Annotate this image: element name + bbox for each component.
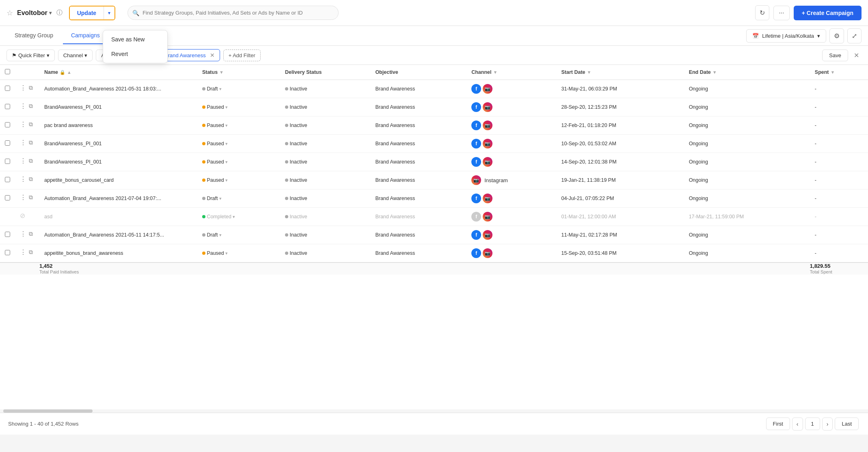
campaign-objective: Brand Awareness — [370, 189, 466, 208]
row-actions-icon[interactable]: ⋮ — [20, 157, 26, 165]
row-actions-icon[interactable]: ⋮ — [20, 139, 26, 146]
delivery-dot — [285, 105, 288, 109]
search-input[interactable] — [127, 6, 339, 20]
delivery-status: Inactive — [280, 98, 370, 116]
status-chevron-icon[interactable]: ▾ — [224, 123, 228, 128]
status-chevron-icon[interactable]: ▾ — [218, 196, 221, 201]
start-date: 10-Sep-20, 01:53:02 AM — [556, 135, 684, 153]
row-actions-icon[interactable]: ⋮ — [20, 102, 26, 110]
campaign-channel: f📷 — [466, 244, 556, 263]
settings-button[interactable]: ⤢ — [847, 28, 862, 43]
campaign-channel: 📷Instagram — [466, 171, 556, 189]
row-checkbox[interactable] — [5, 232, 10, 237]
status-chevron-icon[interactable]: ▾ — [224, 178, 228, 183]
row-actions-icon[interactable]: ⋮ — [20, 84, 26, 92]
copy-icon[interactable]: ⧉ — [29, 103, 33, 110]
spent-value: - — [810, 135, 868, 153]
row-checkbox[interactable] — [5, 177, 10, 182]
update-button[interactable]: Update — [70, 6, 104, 19]
select-all-checkbox[interactable] — [5, 69, 10, 74]
row-checkbox[interactable] — [5, 195, 10, 200]
save-filter-button[interactable]: Save — [822, 50, 848, 61]
row-actions-icon[interactable]: ⋮ — [20, 121, 26, 128]
status-chevron-icon[interactable]: ▾ — [224, 159, 228, 164]
copy-icon[interactable]: ⧉ — [29, 121, 33, 128]
status-chevron-icon[interactable]: ▾ — [224, 251, 228, 256]
quick-filter-button[interactable]: ⚑ Quick Filter ▾ — [6, 50, 55, 61]
columns-button[interactable]: ⚙ — [829, 28, 844, 43]
delivery-status: Inactive — [280, 189, 370, 208]
date-picker-button[interactable]: 📅 Lifetime | Asia/Kolkata ▾ — [746, 29, 826, 43]
objective-filter-close[interactable]: ✕ — [210, 52, 215, 58]
row-checkbox[interactable] — [5, 140, 10, 146]
campaign-objective: Brand Awareness — [370, 80, 466, 98]
tab-strategy-group[interactable]: Strategy Group — [6, 27, 61, 44]
update-dropdown-button[interactable]: ▾ — [104, 6, 114, 19]
spent-value: - — [810, 116, 868, 135]
close-filter-button[interactable]: ✕ — [851, 50, 862, 61]
prev-page-button[interactable]: ‹ — [792, 418, 803, 430]
more-options-button[interactable]: ··· — [773, 6, 789, 20]
info-icon[interactable]: ⓘ — [56, 9, 63, 17]
status-sort-icon[interactable]: ▼ — [219, 70, 224, 75]
row-checkbox[interactable] — [5, 250, 10, 255]
row-actions-icon[interactable]: ⋮ — [20, 230, 26, 238]
row-checkbox[interactable] — [5, 122, 10, 127]
copy-icon[interactable]: ⧉ — [29, 194, 33, 201]
first-page-button[interactable]: First — [766, 418, 790, 430]
status-chevron-icon[interactable]: ▾ — [218, 86, 221, 91]
save-as-new-item[interactable]: Save as New — [103, 32, 167, 47]
instagram-icon: 📷 — [483, 102, 492, 112]
next-page-button[interactable]: › — [822, 418, 833, 430]
horizontal-scrollbar[interactable] — [0, 409, 868, 413]
tab-campaigns[interactable]: Campaigns — [63, 27, 108, 44]
campaign-objective: Brand Awareness — [370, 116, 466, 135]
facebook-icon: f — [471, 157, 481, 167]
campaign-name: BrandAwareness_PI_001 — [39, 153, 197, 171]
status-chevron-icon[interactable]: ▾ — [224, 105, 228, 110]
end-date-sort-icon[interactable]: ▼ — [713, 70, 717, 75]
copy-icon[interactable]: ⧉ — [29, 157, 33, 164]
spent-sort-icon[interactable]: ▼ — [831, 70, 835, 75]
star-icon[interactable]: ☆ — [6, 9, 13, 17]
row-actions-icon[interactable]: ⋮ — [20, 248, 26, 256]
table-row: ⋮⧉Automation_Brand_Awareness 2021-05-11 … — [0, 226, 868, 244]
row-actions-icon[interactable]: ⋮ — [20, 175, 26, 183]
row-checkbox[interactable] — [5, 86, 10, 91]
delivery-dot — [285, 142, 288, 145]
delivery-status: Inactive — [280, 244, 370, 263]
row-actions-icon[interactable]: ⋮ — [20, 194, 26, 201]
status-chevron-icon[interactable]: ▾ — [224, 141, 228, 146]
facebook-icon: f — [471, 230, 481, 240]
name-sort-icon[interactable]: ▲ — [67, 70, 71, 75]
start-date: 15-Sep-20, 03:51:48 PM — [556, 244, 684, 263]
delivery-status: Inactive — [280, 135, 370, 153]
revert-item[interactable]: Revert — [103, 47, 167, 61]
campaign-status: Paused ▾ — [197, 171, 280, 189]
facebook-icon: f — [471, 102, 481, 112]
status-chevron-icon[interactable]: ▾ — [231, 214, 235, 219]
copy-icon[interactable]: ⧉ — [29, 84, 33, 91]
spent-col-header: Spent — [815, 69, 829, 75]
copy-icon[interactable]: ⧉ — [29, 230, 33, 237]
status-chevron-icon[interactable]: ▾ — [218, 232, 221, 237]
channel-sort-icon[interactable]: ▼ — [493, 70, 497, 75]
update-button-group: Update ▾ — [69, 6, 115, 20]
row-checkbox[interactable] — [5, 104, 10, 109]
start-date-sort-icon[interactable]: ▼ — [587, 70, 592, 75]
create-campaign-button[interactable]: + Create Campaign — [794, 6, 862, 20]
copy-icon[interactable]: ⧉ — [29, 139, 33, 146]
last-page-button[interactable]: Last — [835, 418, 859, 430]
end-date: Ongoing — [684, 226, 810, 244]
brand-name[interactable]: Evoltobor ▾ — [17, 9, 52, 17]
update-dropdown-menu: Save as New Revert — [103, 30, 168, 63]
add-filter-button[interactable]: + Add Filter — [223, 50, 261, 61]
row-checkbox[interactable] — [5, 159, 10, 164]
campaign-channel: f📷 — [466, 189, 556, 208]
channel-filter-button[interactable]: Channel ▾ — [58, 50, 93, 61]
instagram-icon: 📷 — [483, 139, 492, 149]
copy-icon[interactable]: ⧉ — [29, 249, 33, 256]
refresh-button[interactable]: ↻ — [755, 5, 769, 20]
campaign-objective: Brand Awareness — [370, 153, 466, 171]
copy-icon[interactable]: ⧉ — [29, 176, 33, 183]
